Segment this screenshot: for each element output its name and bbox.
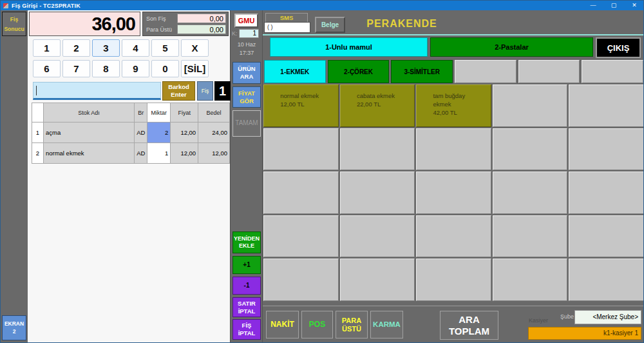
selected-cell[interactable]: 2 bbox=[147, 122, 171, 143]
gmu-button[interactable]: GMU bbox=[234, 14, 258, 28]
product-button[interactable] bbox=[493, 172, 568, 214]
product-button[interactable] bbox=[569, 259, 644, 301]
subtab-empty[interactable] bbox=[582, 60, 643, 83]
maximize-icon[interactable]: ▢ bbox=[603, 1, 624, 10]
nakit-button[interactable]: NAKİT bbox=[266, 311, 299, 338]
fis-sonucu-button[interactable]: Fiş Sonucu bbox=[2, 12, 26, 36]
barcode-input[interactable] bbox=[33, 82, 161, 100]
tab-unlu-mamul[interactable]: 1-Unlu mamul bbox=[270, 37, 428, 57]
product-label: normal ekmek12,00 TL bbox=[280, 92, 321, 109]
k-counter: 1 bbox=[239, 29, 259, 38]
payment-bar: NAKİT POS PARA ÜSTÜ KARMA ARA TOPLAM Kas… bbox=[263, 306, 644, 343]
karma-button[interactable]: KARMA bbox=[370, 311, 403, 338]
keypad-x[interactable]: X bbox=[181, 39, 209, 57]
sms-input[interactable]: ( ) bbox=[264, 22, 310, 33]
subtab-simitler[interactable]: 3-SİMİTLER bbox=[391, 60, 453, 83]
product-button[interactable] bbox=[569, 215, 644, 258]
date-label: 10 Haz bbox=[231, 41, 263, 48]
subcategory-tabs: 1-EKMEK 2-ÇÖREK 3-SİMİTLER bbox=[264, 60, 643, 83]
yeniden-ekle-button[interactable]: YENİDEN EKLE bbox=[232, 231, 261, 253]
fiyat-gor-button[interactable]: FİYAT GÖR bbox=[232, 86, 261, 108]
satir-iptal-button[interactable]: SATIR İPTAL bbox=[232, 297, 261, 317]
category-tabs: 1-Unlu mamul 2-Pastalar ÇIKIŞ bbox=[263, 37, 644, 57]
keypad-7[interactable]: 7 bbox=[62, 60, 90, 77]
product-button[interactable] bbox=[263, 215, 339, 258]
para-ustu-label: Para Üstü bbox=[145, 26, 177, 33]
barcode-row: Barkod Enter Fiş 1 bbox=[33, 81, 230, 101]
product-label: cabata ekmek22,00 TL bbox=[357, 92, 398, 109]
subtab-empty[interactable] bbox=[518, 60, 580, 83]
product-button[interactable] bbox=[493, 128, 568, 171]
ara-toplam-button[interactable]: ARA TOPLAM bbox=[440, 311, 498, 340]
keypad-sil[interactable]: [SİL] bbox=[181, 60, 209, 77]
pos-button[interactable]: POS bbox=[301, 311, 333, 338]
table-row[interactable]: 1 açma AD 2 12,00 24,00 bbox=[32, 122, 230, 143]
product-button[interactable] bbox=[569, 128, 644, 171]
pos-window: Fiş Girişi - TC2SPRATIK — ▢ ✕ Fiş Sonucu… bbox=[0, 0, 644, 343]
keypad-1[interactable]: 1 bbox=[33, 39, 61, 57]
receipt-table: Stok Adı Br Miktar Fiyat Bedel 1 açma AD… bbox=[32, 103, 230, 164]
minimize-icon[interactable]: — bbox=[583, 1, 603, 10]
plus-one-button[interactable]: +1 bbox=[232, 256, 261, 274]
product-button[interactable] bbox=[340, 215, 415, 258]
keypad-2[interactable]: 2 bbox=[62, 39, 90, 57]
product-button[interactable]: cabata ekmek22,00 TL bbox=[340, 84, 415, 127]
product-button[interactable] bbox=[340, 172, 415, 214]
left-strip: Fiş Sonucu EKRAN 2 bbox=[1, 10, 28, 343]
numeric-keypad: 1 2 3 4 5 X 6 7 8 9 0 [SİL] bbox=[33, 39, 209, 77]
fis-button[interactable]: Fiş bbox=[197, 81, 213, 101]
product-button[interactable] bbox=[416, 128, 491, 171]
product-button[interactable] bbox=[263, 259, 339, 301]
subtab-ekmek[interactable]: 1-EKMEK bbox=[264, 60, 326, 83]
keypad-8[interactable]: 8 bbox=[92, 60, 120, 77]
close-icon[interactable]: ✕ bbox=[624, 1, 644, 10]
col-miktar: Miktar bbox=[147, 103, 171, 122]
son-fis-label: Son Fiş bbox=[145, 15, 177, 22]
kasiyer-field[interactable]: k1-kasiyer 1 bbox=[528, 327, 641, 340]
product-button[interactable]: tam buğday ekmek42,00 TL bbox=[416, 84, 491, 127]
keypad-0[interactable]: 0 bbox=[151, 60, 179, 77]
cikis-button[interactable]: ÇIKIŞ bbox=[596, 37, 641, 58]
k-label: K: bbox=[232, 30, 238, 37]
keypad-5[interactable]: 5 bbox=[151, 39, 179, 57]
product-button[interactable] bbox=[416, 259, 491, 301]
minus-one-button[interactable]: -1 bbox=[232, 277, 261, 295]
table-header-row: Stok Adı Br Miktar Fiyat Bedel bbox=[32, 103, 230, 122]
product-button[interactable] bbox=[569, 84, 644, 127]
product-button[interactable] bbox=[493, 259, 568, 301]
product-button[interactable] bbox=[493, 215, 568, 258]
total-display: 36,00 bbox=[29, 12, 140, 36]
keypad-9[interactable]: 9 bbox=[122, 60, 149, 77]
barkod-enter-button[interactable]: Barkod Enter bbox=[162, 81, 195, 101]
product-button[interactable] bbox=[416, 172, 491, 214]
product-button[interactable]: normal ekmek12,00 TL bbox=[263, 84, 339, 127]
tab-pastalar[interactable]: 2-Pastalar bbox=[430, 37, 593, 57]
para-ustu-button[interactable]: PARA ÜSTÜ bbox=[336, 311, 368, 338]
fis-iptal-button[interactable]: FİŞ İPTAL bbox=[232, 319, 261, 340]
keypad-3[interactable]: 3 bbox=[92, 39, 120, 57]
product-button[interactable] bbox=[569, 172, 644, 214]
tamam-button[interactable]: TAMAM bbox=[232, 110, 261, 137]
keypad-6[interactable]: 6 bbox=[33, 60, 61, 77]
time-label: 17:37 bbox=[231, 50, 263, 56]
product-button[interactable] bbox=[263, 172, 339, 214]
col-bedel: Bedel bbox=[198, 103, 230, 122]
product-button[interactable] bbox=[263, 128, 339, 171]
sube-field[interactable]: <Merkez Şube> bbox=[574, 310, 641, 324]
sms-button[interactable]: SMS bbox=[265, 13, 308, 22]
quantity-indicator: 1 bbox=[214, 81, 231, 101]
keypad-4[interactable]: 4 bbox=[122, 39, 149, 57]
ekran-2-button[interactable]: EKRAN 2 bbox=[2, 315, 26, 340]
table-row[interactable]: 2 normal ekmek AD 1 12,00 12,00 bbox=[32, 143, 230, 164]
sales-panel: SMS ( ) Belge PERAKENDE 1-Unlu mamul 2-P… bbox=[263, 10, 644, 343]
product-button[interactable] bbox=[340, 259, 415, 301]
product-button[interactable] bbox=[493, 84, 568, 127]
product-button[interactable] bbox=[416, 215, 491, 258]
subtab-corek[interactable]: 2-ÇÖREK bbox=[328, 60, 390, 83]
urun-ara-button[interactable]: ÜRÜN ARA bbox=[232, 62, 261, 84]
product-grid: normal ekmek12,00 TLcabata ekmek22,00 TL… bbox=[263, 84, 644, 301]
product-button[interactable] bbox=[340, 128, 415, 171]
col-rownum bbox=[32, 103, 44, 122]
para-ustu-value: 0,00 bbox=[177, 24, 226, 34]
subtab-empty[interactable] bbox=[455, 60, 516, 83]
